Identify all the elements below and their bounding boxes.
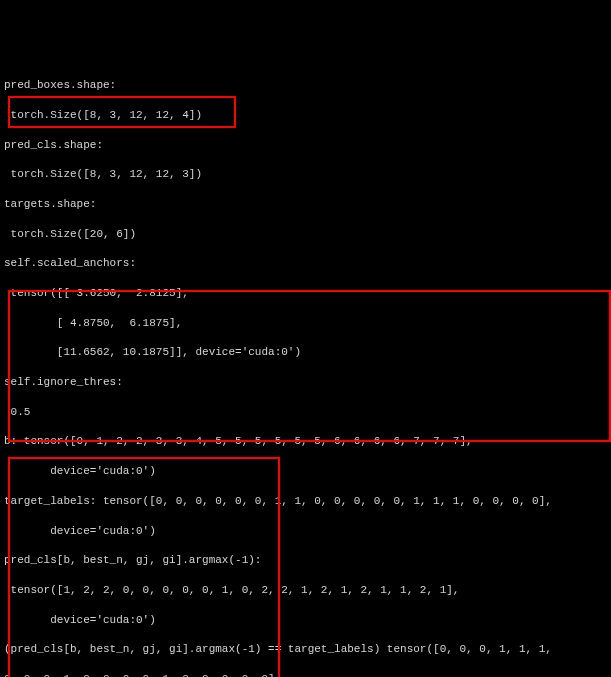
output-line: self.scaled_anchors: bbox=[4, 256, 607, 271]
highlight-box-tensors-comparison bbox=[8, 290, 611, 442]
output-line: pred_boxes.shape: bbox=[4, 78, 607, 93]
highlight-box-pred-cls-shape bbox=[8, 96, 236, 128]
output-line: targets.shape: bbox=[4, 197, 607, 212]
output-line: torch.Size([20, 6]) bbox=[4, 227, 607, 242]
terminal-output: pred_boxes.shape: torch.Size([8, 3, 12, … bbox=[4, 63, 607, 677]
output-line: torch.Size([8, 3, 12, 12, 3]) bbox=[4, 167, 607, 182]
highlight-box-pred-cls-values bbox=[8, 457, 280, 677]
output-line: pred_cls.shape: bbox=[4, 138, 607, 153]
